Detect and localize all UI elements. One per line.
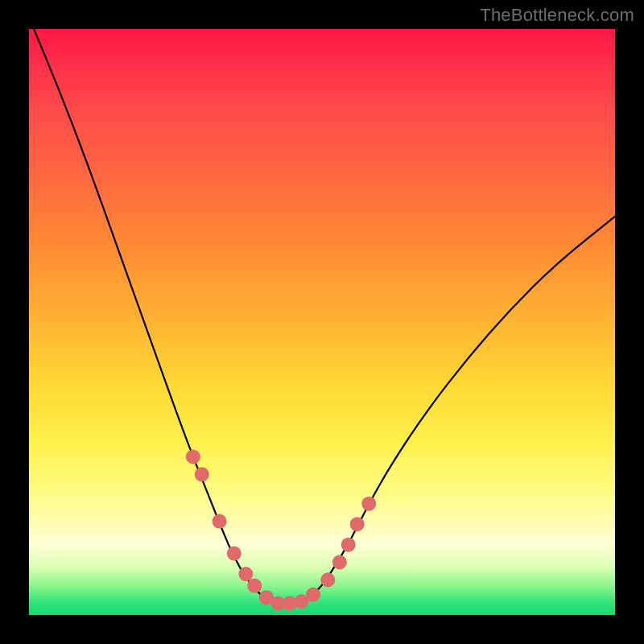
bottleneck-curve [29, 17, 615, 603]
sample-dot [195, 467, 209, 481]
sample-dots-group [186, 449, 376, 610]
sample-dot [186, 449, 200, 464]
watermark-text: TheBottleneck.com [480, 5, 634, 26]
sample-dot [350, 517, 365, 531]
sample-dot [238, 567, 253, 581]
sample-dot [341, 538, 356, 552]
sample-dot [306, 588, 320, 602]
sample-dot [247, 579, 262, 593]
sample-dot [332, 555, 347, 569]
sample-dot [227, 547, 242, 561]
sample-dot [320, 572, 335, 587]
sample-dot [361, 497, 376, 511]
sample-dot [213, 514, 227, 529]
curve-svg [29, 29, 615, 615]
plot-area [29, 29, 615, 615]
chart-frame: TheBottleneck.com [0, 0, 644, 644]
